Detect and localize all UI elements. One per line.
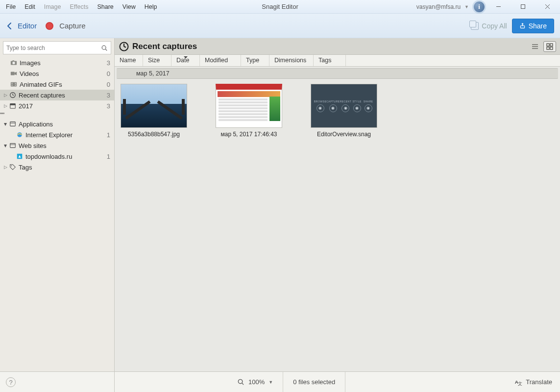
back-arrow-icon[interactable] [6,22,14,30]
thumb-item[interactable]: BROWSE◉CAPTURE◉RECENT◉STYLE◉SHARE◉ Edito… [311,84,377,138]
main-heading: Recent captures [132,42,197,51]
menu-edit[interactable]: Edit [21,1,39,12]
window-minimize-button[interactable] [487,0,509,13]
user-dropdown-icon[interactable]: ▼ [464,4,469,9]
main-header: Recent captures [115,38,560,55]
col-modified[interactable]: Modified [200,55,241,66]
group-date-header[interactable]: мар 5, 2017 [117,68,558,79]
svg-rect-1 [521,5,525,9]
zoom-level: 100% [248,378,265,386]
sidebar: Images 3 Videos 0 Animated GIFs 0 ▷ [0,38,115,371]
clock-icon [119,41,129,52]
thumb-item[interactable]: 5356a3b88b547.jpg [121,84,187,138]
col-name[interactable]: Name [115,55,143,66]
translate-button[interactable]: A 文 Translate [514,378,560,387]
tree-images[interactable]: Images 3 [0,57,114,68]
svg-line-33 [124,47,126,48]
col-type[interactable]: Type [241,55,269,66]
record-icon [46,22,53,30]
thumb-caption: 5356a3b88b547.jpg [128,131,180,138]
tree-recent-captures[interactable]: ▷ Recent captures 3 [0,90,114,100]
svg-rect-23 [10,122,16,126]
mode-switchbar: Editor Capture Copy All Share [0,14,560,38]
menu-share[interactable]: Share [93,1,117,12]
search-input[interactable] [6,45,101,51]
thumb-image [121,84,187,128]
view-list-button[interactable] [529,41,541,52]
help-button[interactable]: ? [6,377,16,387]
globe-icon [9,142,17,149]
tree-tags[interactable]: ▷ Tags [0,162,114,172]
col-dimensions[interactable]: Dimensions [269,55,314,66]
menubar: File Edit Image Effects Share View Help [2,1,161,12]
site-icon [16,152,24,160]
thumb-caption: мар 5, 2017 17:46:43 [220,131,277,138]
view-grid-button[interactable] [543,41,556,52]
svg-point-5 [102,46,106,49]
svg-line-6 [105,49,107,50]
svg-rect-13 [12,83,13,84]
mode-editor-tab[interactable]: Editor [18,22,37,30]
statusbar: ? 100% ▼ 0 files selected A 文 Translate [0,371,560,392]
svg-rect-22 [10,104,16,105]
thumb-caption: EditorOverview.snag [317,131,371,138]
caret-down-icon[interactable]: ▾ [3,142,8,149]
tree-year-2017[interactable]: ▷ 2017 3 [0,100,114,111]
svg-rect-40 [550,47,553,49]
svg-rect-14 [12,85,13,86]
library-tree: Images 3 Videos 0 Animated GIFs 0 ▷ [0,56,114,173]
main-area: Recent captures Name Size Date Modified … [115,38,560,371]
caret-icon[interactable]: ▷ [3,165,8,170]
svg-line-19 [13,95,14,96]
window-maximize-button[interactable] [512,0,534,13]
caret-icon[interactable]: ▷ [3,103,8,108]
gif-icon [10,80,18,88]
svg-marker-11 [15,72,17,75]
calendar-icon [9,102,17,110]
ie-icon [16,131,24,139]
col-size[interactable]: Size [143,55,171,66]
chevron-down-icon: ▼ [268,380,273,385]
menu-view[interactable]: View [119,1,140,12]
copy-all-label: Copy All [482,22,507,30]
selection-status: 0 files selected [283,378,345,386]
window-close-button[interactable] [536,0,558,13]
window-icon [9,120,17,128]
user-email[interactable]: vasyan@mfsa.ru [416,3,462,10]
info-icon[interactable]: i [474,1,485,12]
column-headers: Name Size Date Modified Type Dimensions … [115,55,560,67]
thumb-image: BROWSE◉CAPTURE◉RECENT◉STYLE◉SHARE◉ [311,84,377,128]
svg-point-30 [11,166,12,167]
video-icon [10,70,18,77]
col-date[interactable]: Date [171,55,200,66]
mode-capture-tab[interactable]: Capture [59,22,85,30]
share-button[interactable]: Share [512,19,554,33]
clock-icon [9,91,17,99]
search-box[interactable] [3,41,111,54]
share-icon [519,23,526,29]
svg-line-42 [242,383,243,385]
share-label: Share [529,22,547,30]
tree-ie[interactable]: Internet Explorer 1 [0,129,114,140]
tree-gifs[interactable]: Animated GIFs 0 [0,79,114,90]
tree-topdownloads[interactable]: topdownloads.ru 1 [0,151,114,162]
col-tags[interactable]: Tags [314,55,346,66]
tree-applications[interactable]: ▾ Applications [0,119,114,129]
svg-point-41 [238,379,242,383]
camera-icon [10,59,18,67]
svg-rect-15 [15,83,16,84]
svg-point-8 [12,62,15,64]
tree-websites[interactable]: ▾ Web sites [0,140,114,151]
thumb-item[interactable]: мар 5, 2017 17:46:43 [216,84,282,138]
caret-down-icon[interactable]: ▾ [3,121,8,127]
tree-videos[interactable]: Videos 0 [0,68,114,79]
caret-icon[interactable]: ▷ [3,93,8,98]
thumb-image [216,84,282,128]
copy-icon [471,22,479,30]
zoom-control[interactable]: 100% ▼ [227,378,283,386]
translate-icon: A 文 [514,378,523,387]
menu-file[interactable]: File [2,1,20,12]
search-icon[interactable] [101,45,108,51]
menu-help[interactable]: Help [141,1,161,12]
copy-all-button[interactable]: Copy All [471,22,507,30]
